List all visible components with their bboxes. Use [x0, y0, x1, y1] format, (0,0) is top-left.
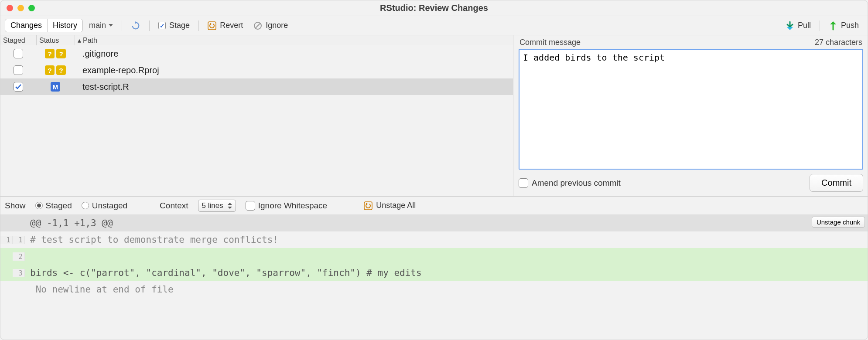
branch-name: main — [89, 21, 106, 30]
divider — [198, 20, 199, 31]
minimize-icon[interactable] — [17, 5, 24, 11]
checkbox-icon — [519, 178, 528, 188]
commit-pane: Commit message 27 characters Amend previ… — [513, 35, 868, 196]
diff-hunk-header: @@ -1,1 +1,3 @@ Unstage chunk — [0, 215, 868, 231]
file-list: ??.gitignore??example-repo.RprojMtest-sc… — [0, 45, 513, 95]
unstage-chunk-button[interactable]: Unstage chunk — [812, 217, 865, 228]
show-staged-radio[interactable]: Staged — [35, 201, 72, 211]
diff-line[interactable]: 11# test script to demonstrate merge con… — [0, 231, 868, 248]
updown-icon — [228, 203, 232, 209]
tab-changes[interactable]: Changes — [5, 19, 47, 32]
col-status[interactable]: Status — [36, 35, 75, 45]
check-icon — [158, 22, 166, 29]
table-row[interactable]: Mtest-script.R — [0, 78, 513, 95]
branch-selector[interactable]: main — [85, 21, 117, 30]
maximize-icon[interactable] — [28, 5, 35, 11]
file-list-header: Staged Status ▴ Path — [0, 35, 513, 45]
show-unstaged-radio[interactable]: Unstaged — [82, 201, 127, 211]
diff-view: @@ -1,1 +1,3 @@ Unstage chunk 11# test s… — [0, 215, 868, 340]
ignore-icon — [253, 21, 262, 30]
context-label: Context — [160, 201, 188, 211]
path-label: Path — [83, 37, 97, 44]
diff-line[interactable]: 3birds <- c("parrot", "cardinal", "dove"… — [0, 265, 868, 281]
revert-icon — [208, 21, 216, 30]
checkbox-icon — [246, 201, 255, 211]
push-button[interactable]: Push — [824, 20, 863, 32]
tab-history[interactable]: History — [47, 19, 82, 32]
staged-label: Staged — [46, 201, 72, 211]
commit-char-count: 27 characters — [815, 38, 862, 47]
window-title: RStudio: Review Changes — [0, 3, 868, 13]
file-path: .gitignore — [75, 49, 513, 59]
gutter-new: 3 — [13, 269, 25, 277]
divider — [820, 20, 820, 31]
context-value: 5 lines — [202, 201, 223, 210]
gutter-new: 2 — [13, 252, 25, 261]
unstaged-label: Unstaged — [92, 201, 127, 211]
hunk-text: @@ -1,1 +1,3 @@ — [25, 218, 868, 228]
chevron-down-icon — [109, 24, 113, 27]
file-list-pane: Staged Status ▴ Path ??.gitignore??examp… — [0, 35, 513, 196]
table-row[interactable]: ??example-repo.Rproj — [0, 62, 513, 78]
radio-icon — [35, 202, 43, 209]
revert-icon — [364, 201, 372, 210]
diff-line[interactable]: 2 — [0, 248, 868, 265]
col-staged[interactable]: Staged — [0, 35, 36, 45]
titlebar: RStudio: Review Changes — [0, 0, 868, 16]
amend-label: Amend previous commit — [532, 178, 621, 188]
ignore-button[interactable]: Ignore — [249, 20, 292, 31]
toolbar: Changes History main Stage Revert — [0, 16, 868, 35]
stage-checkbox[interactable] — [14, 49, 23, 58]
context-select[interactable]: 5 lines — [198, 200, 236, 212]
unstage-all-button[interactable]: Unstage All — [359, 200, 420, 211]
svg-line-2 — [255, 23, 260, 28]
ignore-whitespace-checkbox[interactable]: Ignore Whitespace — [246, 201, 327, 211]
sort-indicator-icon: ▴ — [78, 36, 81, 44]
revert-label: Revert — [220, 21, 243, 30]
push-label: Push — [841, 21, 859, 30]
ignore-ws-label: Ignore Whitespace — [258, 201, 327, 211]
pull-icon — [786, 21, 794, 31]
radio-icon — [82, 202, 89, 209]
window-controls — [7, 5, 35, 11]
close-icon[interactable] — [7, 5, 13, 11]
stage-button[interactable]: Stage — [154, 20, 194, 31]
status-badge: ? — [56, 49, 66, 58]
view-toggle: Changes History — [5, 19, 83, 32]
diff-line[interactable]: No newline at end of file — [0, 281, 868, 298]
divider — [149, 20, 150, 31]
divider — [122, 20, 122, 31]
file-path: example-repo.Rproj — [75, 65, 513, 75]
refresh-button[interactable] — [126, 20, 145, 32]
status-badge: M — [51, 82, 60, 92]
stage-checkbox[interactable] — [14, 65, 23, 75]
commit-message-input[interactable] — [519, 49, 863, 170]
amend-checkbox[interactable]: Amend previous commit — [519, 178, 621, 188]
status-badge: ? — [45, 49, 55, 58]
unstage-all-label: Unstage All — [376, 201, 416, 210]
show-label: Show — [5, 201, 26, 211]
push-icon — [829, 21, 837, 31]
stage-checkbox[interactable] — [14, 82, 23, 92]
diff-text: # test script to demonstrate merge confl… — [25, 235, 868, 245]
diff-text: No newline at end of file — [25, 284, 868, 295]
refresh-icon — [131, 21, 140, 31]
diff-text: birds <- c("parrot", "cardinal", "dove",… — [25, 268, 868, 278]
gutter-new: 1 — [13, 236, 25, 244]
gutter-old: 1 — [0, 236, 13, 244]
status-badge: ? — [45, 65, 55, 75]
svg-rect-0 — [208, 22, 216, 30]
revert-button[interactable]: Revert — [203, 20, 247, 31]
pull-button[interactable]: Pull — [781, 20, 815, 32]
diff-toolbar: Show Staged Unstaged Context 5 lines Ign… — [0, 197, 868, 215]
status-badge: ? — [56, 65, 66, 75]
commit-message-label: Commit message — [519, 38, 581, 47]
ignore-label: Ignore — [266, 21, 288, 30]
table-row[interactable]: ??.gitignore — [0, 45, 513, 62]
file-path: test-script.R — [75, 82, 513, 92]
col-path[interactable]: ▴ Path — [75, 35, 513, 45]
stage-label: Stage — [169, 21, 190, 30]
pull-label: Pull — [798, 21, 811, 30]
commit-button[interactable]: Commit — [810, 174, 863, 192]
svg-rect-3 — [364, 202, 372, 210]
